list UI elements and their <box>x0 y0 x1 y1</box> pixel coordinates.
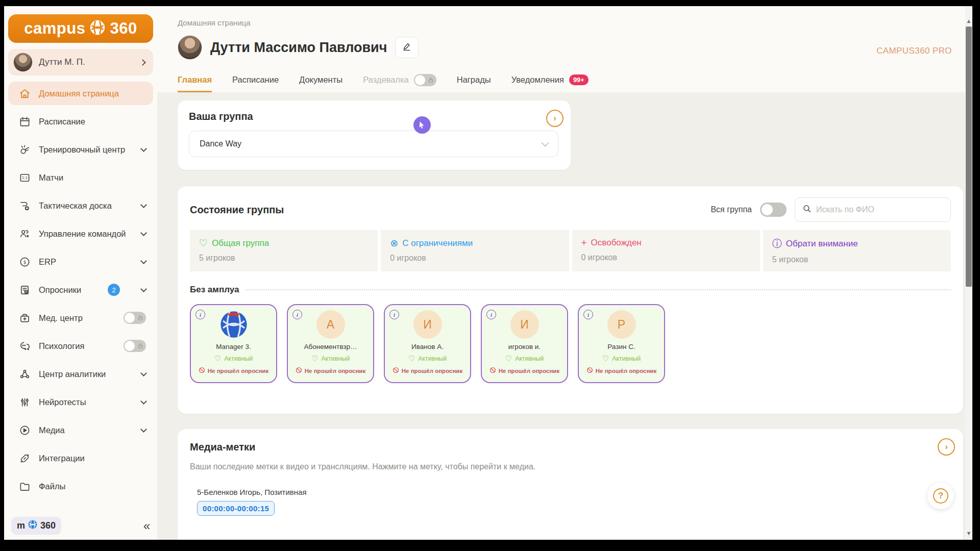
sidebar-user[interactable]: Дутти М. П. <box>8 49 153 76</box>
search-box <box>795 197 951 222</box>
heart-icon: ♡ <box>199 237 208 249</box>
divider <box>246 289 951 290</box>
chevron-down-icon <box>140 398 147 405</box>
question-icon: ? <box>933 488 948 504</box>
sidebar-item-label: Центр аналитики <box>39 369 133 379</box>
sidebar-item-play[interactable]: Медиа <box>8 418 153 442</box>
tab-3[interactable]: Документы <box>299 69 342 92</box>
circle-x-icon: ⊗ <box>390 237 398 249</box>
play-icon <box>18 424 31 436</box>
player-card-3[interactable]: iИИванов А.♡АктивныйНе прошёл опросник <box>384 304 471 383</box>
player-card-5[interactable]: iРРазин С.♡АктивныйНе прошёл опросник <box>578 304 665 383</box>
player-card-1[interactable]: iManager 3.♡АктивныйНе прошёл опросник <box>190 304 277 383</box>
info-icon[interactable]: i <box>292 310 302 319</box>
stat-cell-info[interactable]: ⓘОбрати внимание5 игроков <box>763 230 951 271</box>
group-select[interactable]: Dance Way <box>189 131 558 157</box>
sidebar-item-label: Опросники <box>39 285 100 295</box>
status-controls: Вся группа <box>710 197 951 222</box>
player-card-2[interactable]: iААбонементвзр…♡АктивныйНе прошёл опросн… <box>287 304 374 383</box>
edit-profile-button[interactable] <box>395 37 419 58</box>
chevron-down-icon <box>140 230 147 236</box>
brand-logo[interactable]: campus 360 <box>8 14 153 43</box>
all-group-toggle[interactable] <box>760 203 787 217</box>
tab-6[interactable]: Уведомления99+ <box>511 69 589 92</box>
help-button[interactable]: ? <box>927 483 954 509</box>
info-icon[interactable]: i <box>389 310 399 319</box>
info-icon[interactable]: i <box>486 310 496 319</box>
info-icon[interactable]: i <box>583 310 593 319</box>
role-section-label: Без амплуа <box>190 285 239 295</box>
sidebar-item-scoreboard[interactable]: 1:1Матчи <box>8 166 153 189</box>
media-tag-name: 5-Беленков Игорь, Позитивная <box>197 488 951 496</box>
heart-icon: ♡ <box>311 354 318 363</box>
sidebar-item-neuro[interactable]: Нейротесты <box>8 390 153 414</box>
tab-label: Раздевалка <box>363 75 409 85</box>
stat-label: С ограничениями <box>402 238 473 248</box>
sidebar-item-folder[interactable]: Файлы <box>8 474 153 498</box>
media-tag-time-badge[interactable]: 00:00:00-00:00:15 <box>197 501 275 516</box>
player-card-4[interactable]: iИигроков и.♡АктивныйНе прошёл опросник <box>481 304 568 383</box>
scroll-thumb[interactable] <box>966 27 972 287</box>
player-name: Разин С. <box>607 343 635 350</box>
tab-1[interactable]: Главная <box>178 69 212 92</box>
sidebar-item-whistle[interactable]: Тренировочный центр <box>8 138 153 161</box>
sidebar-item-dollar[interactable]: $ERP <box>8 250 153 273</box>
neuro-icon <box>18 396 31 408</box>
tab-lock-toggle[interactable] <box>414 74 436 86</box>
toggle-knob <box>762 204 773 215</box>
search-input[interactable] <box>816 205 943 214</box>
scroll-down-arrow[interactable]: ▼ <box>965 530 972 537</box>
svg-text:1:1: 1:1 <box>21 176 28 180</box>
sidebar-item-medkit[interactable]: Мед. центр <box>8 306 153 330</box>
player-warning: Не прошёл опросник <box>199 367 268 374</box>
player-avatar: И <box>413 310 442 339</box>
stat-cell-plus[interactable]: +Освобожден0 игроков <box>572 230 760 271</box>
sidebar-item-team[interactable]: Управление командой <box>8 222 153 245</box>
ban-icon <box>586 367 593 374</box>
sidebar-item-tactics[interactable]: Тактическая доска <box>8 194 153 217</box>
sidebar-item-label: Расписание <box>39 117 146 127</box>
heart-icon: ♡ <box>505 354 512 363</box>
chevron-down-icon <box>140 370 147 377</box>
media-description: Ваши последние метки к видео и трансляци… <box>190 462 951 471</box>
plus-icon: + <box>581 237 587 248</box>
lock-toggle[interactable] <box>124 340 146 352</box>
chevron-down-icon <box>542 139 549 146</box>
scoreboard-icon: 1:1 <box>18 171 31 184</box>
scroll-up-arrow[interactable]: ▲ <box>965 17 972 24</box>
stat-cell-heart[interactable]: ♡Общая группа5 игроков <box>190 230 378 271</box>
sidebar-item-chat[interactable]: Психология <box>8 334 153 358</box>
sidebar-item-label: ERP <box>39 257 133 267</box>
footer-brand-360: 360 <box>40 520 56 531</box>
plug-icon <box>18 452 31 464</box>
player-warning: Не прошёл опросник <box>393 367 462 374</box>
toggle-knob <box>125 313 135 323</box>
tab-5[interactable]: Награды <box>457 69 491 92</box>
info-icon[interactable]: i <box>195 310 205 319</box>
notification-badge: 2 <box>108 284 120 296</box>
sidebar-item-calendar[interactable]: Расписание <box>8 110 153 133</box>
tab-2[interactable]: Расписание <box>232 69 279 92</box>
page-title: Дутти Массимо Павлович <box>210 40 387 56</box>
sidebar-item-plug[interactable]: Интеграции <box>8 446 153 470</box>
sidebar-item-label: Матчи <box>39 173 146 183</box>
tab-4[interactable]: Раздевалка <box>363 69 436 92</box>
stat-cell-circle-x[interactable]: ⊗С ограничениями0 игроков <box>381 230 569 271</box>
brand-text-campus: campus <box>24 19 85 38</box>
breadcrumb[interactable]: Домашняя страница <box>178 18 972 27</box>
lock-toggle[interactable] <box>124 312 146 324</box>
heart-icon: ♡ <box>602 354 609 363</box>
group-card-title: Ваша группа <box>189 111 562 122</box>
player-status: ♡Активный <box>505 354 544 363</box>
sidebar-item-survey[interactable]: Опросники2 <box>8 278 153 302</box>
sidebar-item-label: Медиа <box>39 425 133 435</box>
sidebar-item-analytics[interactable]: Центр аналитики <box>8 362 153 386</box>
sidebar-item-label: Тренировочный центр <box>39 145 133 155</box>
survey-icon <box>18 284 31 296</box>
tab-bar: ГлавнаяРасписаниеДокументыРаздевалкаНагр… <box>178 69 972 92</box>
group-open-button[interactable]: › <box>546 110 564 127</box>
sidebar-item-home[interactable]: Домашняя страница <box>8 82 153 105</box>
collapse-sidebar-button[interactable]: « <box>143 520 150 532</box>
media-open-button[interactable]: › <box>938 438 955 456</box>
ban-icon <box>296 367 302 374</box>
